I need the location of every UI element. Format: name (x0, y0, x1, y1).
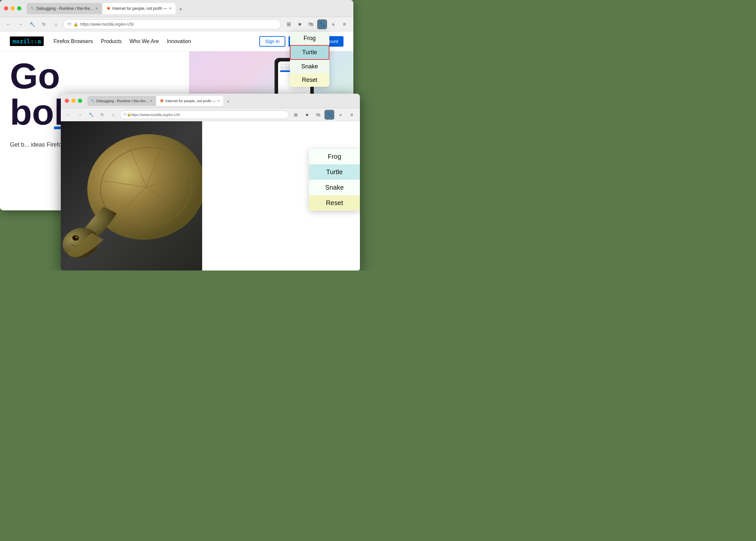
star-icon-1[interactable]: ★ (295, 19, 305, 29)
traffic-lights-1 (4, 6, 21, 11)
tab-close-debug-2[interactable]: ✕ (150, 99, 153, 103)
tab-mozilla-2[interactable]: 🦊 Internet for people, not profit — ✕ (157, 96, 223, 106)
browser-window-2: 🔧 Debugging - Runtime / this-fire... ✕ 🦊… (61, 94, 360, 270)
title-bar-2: 🔧 Debugging - Runtime / this-fire... ✕ 🦊… (61, 94, 360, 108)
lock-icon-1: 🔒 (73, 22, 78, 27)
tab-debug-2[interactable]: 🔧 Debugging - Runtime / this-fire... ✕ (87, 96, 156, 106)
dropdown-item-frog-1[interactable]: Frog (290, 32, 329, 45)
menu-button-1[interactable]: ≡ (340, 19, 350, 29)
close-button-1[interactable] (4, 6, 8, 11)
url-text-2: https://www.mozilla.org/en-US/ (131, 113, 180, 117)
dropdown-menu-1: Frog Turtle Snake Reset (290, 32, 329, 87)
grid-icon-2[interactable]: ⊞ (291, 110, 301, 120)
new-tab-button-1[interactable]: + (176, 5, 185, 14)
nav-firefox-browsers-1[interactable]: Firefox Browsers (54, 38, 93, 44)
maximize-button-2[interactable] (78, 99, 82, 103)
reload-button-1[interactable]: ↻ (39, 20, 49, 29)
shield-icon-2: 🛡 (124, 113, 127, 116)
tab-close-mozilla-2[interactable]: ✕ (217, 99, 220, 103)
reload-button-2[interactable]: ↻ (98, 110, 107, 119)
svg-point-11 (75, 236, 78, 238)
tab-debug-1[interactable]: 🔧 Debugging - Runtime / this-fire... ✕ (27, 3, 102, 14)
tab-label-mozilla-1: Internet for people, not profit — (112, 6, 167, 11)
wrench-button-1[interactable]: 🔧 (28, 20, 37, 29)
tab-mozilla-1[interactable]: 🦊 Internet for people, not profit — ✕ (103, 3, 176, 14)
nav-products-1[interactable]: Products (101, 38, 122, 44)
address-bar-1: ← → 🔧 ↻ ⌂ 🛡 🔒 https://www.mozilla.org/en… (0, 17, 354, 32)
home-button-2[interactable]: ⌂ (109, 110, 118, 119)
nav-who-we-are-1[interactable]: Who We Are (130, 38, 159, 44)
tab-bar-2: 🔧 Debugging - Runtime / this-fire... ✕ 🦊… (87, 96, 356, 106)
tab-icon-mozilla-2: 🦊 (160, 99, 164, 103)
mozilla-logo-1: mozil::a (10, 37, 44, 46)
menu-button-2[interactable]: ≡ (347, 110, 357, 120)
dropdown-item-reset-1[interactable]: Reset (290, 73, 329, 87)
traffic-lights-2 (65, 99, 82, 103)
dropdown-item-frog-2[interactable]: Frog (309, 149, 360, 164)
svg-point-10 (72, 235, 79, 241)
grid-icon-1[interactable]: ⊞ (284, 19, 294, 29)
wrench-button-2[interactable]: 🔧 (86, 110, 96, 119)
tab-icon-debug-2: 🔧 (91, 99, 95, 103)
pocket-icon-1[interactable]: 🛍 (306, 19, 316, 29)
nav-innovation-1[interactable]: Innovation (167, 38, 191, 44)
tab-close-mozilla-1[interactable]: ✕ (169, 7, 172, 10)
new-tab-button-2[interactable]: + (224, 97, 233, 106)
dropdown-item-reset-2[interactable]: Reset (309, 195, 360, 211)
url-text-1: https://www.mozilla.org/en-US/ (80, 22, 134, 27)
minimize-button-2[interactable] (71, 99, 76, 103)
tab-label-debug-2: Debugging - Runtime / this-fire... (96, 99, 148, 103)
address-bar-2: ← → 🔧 ↻ ⌂ 🛡 🔒 https://www.mozilla.org/en… (61, 108, 360, 121)
forward-button-2[interactable]: → (75, 110, 85, 119)
toolbar-icons-2: ⊞ ★ 🛍 🐾 » ≡ (291, 110, 357, 120)
nav-links-1: Firefox Browsers Products Who We Are Inn… (54, 38, 191, 44)
dropdown-menu-2: Frog Turtle Snake Reset (309, 149, 360, 211)
back-button-2[interactable]: ← (64, 110, 73, 119)
paw-icon-2[interactable]: 🐾 (325, 110, 334, 120)
close-button-2[interactable] (65, 99, 69, 103)
more-button-2[interactable]: » (336, 110, 346, 120)
toolbar-icons-1: ⊞ ★ 🛍 🐾 » ≡ (284, 19, 350, 29)
star-icon-2[interactable]: ★ (302, 110, 312, 120)
logo-text-1: mozil::a (12, 38, 41, 45)
page-right-2: Frog Turtle Snake Reset (202, 121, 360, 270)
hero-line1: Go (10, 58, 60, 94)
hero-subtext-1: Get b... ideas Firefo (10, 140, 62, 150)
minimize-button-1[interactable] (11, 6, 15, 11)
dropdown-item-turtle-2[interactable]: Turtle (309, 164, 360, 180)
dropdown-item-turtle-1[interactable]: Turtle (290, 45, 329, 60)
tab-label-debug-1: Debugging - Runtime / this-fire... (37, 6, 93, 11)
paw-icon-1[interactable]: 🐾 (317, 19, 327, 29)
back-button-1[interactable]: ← (4, 20, 13, 29)
dropdown-item-snake-2[interactable]: Snake (309, 180, 360, 195)
hero-subtext-text-1: Get b... ideas Firefo (10, 141, 62, 148)
shield-icon-1: 🛡 (67, 22, 71, 27)
turtle-svg (61, 121, 202, 270)
maximize-button-1[interactable] (17, 6, 21, 11)
forward-button-1[interactable]: → (16, 20, 25, 29)
tab-icon-debug-1: 🔧 (31, 7, 35, 10)
lock-icon-2: 🔒 (127, 113, 131, 116)
tab-close-debug-1[interactable]: ✕ (95, 7, 98, 10)
title-bar-1: 🔧 Debugging - Runtime / this-fire... ✕ 🦊… (0, 0, 354, 17)
tab-label-mozilla-2: Internet for people, not profit — (165, 99, 215, 103)
tab-icon-mozilla-1: 🦊 (107, 7, 110, 10)
more-button-1[interactable]: » (329, 19, 338, 29)
url-bar-1[interactable]: 🛡 🔒 https://www.mozilla.org/en-US/ (63, 19, 281, 29)
url-bar-2[interactable]: 🛡 🔒 https://www.mozilla.org/en-US/ (120, 111, 289, 119)
page-content-2: Frog Turtle Snake Reset (61, 121, 360, 270)
turtle-image (61, 121, 202, 270)
tab-bar-1: 🔧 Debugging - Runtime / this-fire... ✕ 🦊… (27, 3, 350, 14)
home-button-1[interactable]: ⌂ (51, 20, 61, 29)
cta-secondary-1[interactable]: Sign In (259, 36, 286, 47)
dropdown-item-snake-1[interactable]: Snake (290, 60, 329, 73)
pocket-icon-2[interactable]: 🛍 (313, 110, 323, 120)
